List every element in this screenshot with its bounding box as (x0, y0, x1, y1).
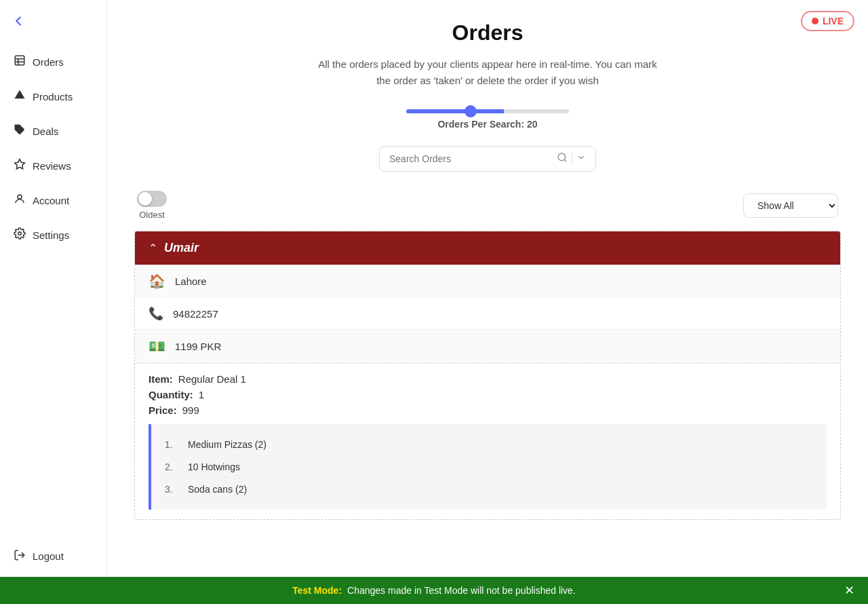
subitem-text: Medium Pizzas (2) (188, 439, 267, 450)
order-amount: 1199 PKR (175, 341, 221, 352)
search-section (134, 146, 841, 172)
live-badge: LIVE (801, 11, 854, 31)
order-phone: 94822257 (173, 308, 218, 320)
sidebar-settings-label: Settings (33, 229, 69, 241)
orders-per-search-slider[interactable] (406, 109, 569, 113)
subitem-num: 3. (165, 484, 184, 495)
sidebar-item-orders[interactable]: Orders (0, 45, 106, 79)
money-icon: 💵 (149, 338, 165, 354)
search-divider (572, 153, 572, 164)
subitem-text: Soda cans (2) (188, 484, 247, 495)
sidebar: Orders Products Deals Reviews (0, 0, 107, 577)
live-dot (812, 18, 818, 24)
order-amount-row: 💵 1199 PKR (135, 330, 840, 363)
page-title: Orders (134, 20, 841, 45)
products-icon (14, 89, 26, 105)
sidebar-item-reviews[interactable]: Reviews (0, 149, 106, 183)
order-items-section: Item: Regular Deal 1 Quantity: 1 Price: … (135, 363, 840, 519)
deals-icon (14, 124, 26, 139)
test-mode-message: Changes made in Test Mode will not be pu… (347, 585, 576, 596)
sidebar-account-label: Account (33, 195, 69, 206)
item-row-item: Item: Regular Deal 1 (149, 373, 827, 385)
test-mode-banner: Test Mode: Changes made in Test Mode wil… (0, 577, 868, 604)
subitems-list: 1.Medium Pizzas (2)2.10 Hotwings3.Soda c… (149, 424, 827, 510)
sidebar-reviews-label: Reviews (33, 160, 71, 172)
chevron-down-icon[interactable] (576, 153, 586, 165)
order-city: Lahore (175, 276, 207, 287)
main-content: LIVE Orders All the orders placed by you… (107, 0, 868, 577)
sidebar-item-deals[interactable]: Deals (0, 114, 106, 149)
toggle-thumb (138, 192, 152, 206)
order-phone-row: 📞 94822257 (135, 298, 840, 330)
subitem-text: 10 Hotwings (188, 461, 240, 472)
filter-row: Oldest Show All Taken Pending (134, 191, 841, 220)
account-icon (14, 193, 26, 208)
svg-rect-0 (15, 56, 24, 65)
subitem-num: 2. (165, 461, 184, 472)
show-all-select[interactable]: Show All Taken Pending (743, 193, 838, 218)
sidebar-deals-label: Deals (33, 126, 58, 137)
item-label-price: Price: (149, 404, 177, 416)
search-box (379, 146, 596, 172)
home-icon: 🏠 (149, 273, 165, 289)
back-button[interactable] (0, 7, 106, 45)
item-value-quantity: 1 (199, 389, 204, 400)
slider-section: Orders Per Search: 20 (134, 109, 841, 130)
sidebar-nav: Orders Products Deals Reviews (0, 45, 106, 535)
item-value-price: 999 (182, 404, 199, 416)
subitem-row: 2.10 Hotwings (165, 456, 813, 478)
item-row-quantity: Quantity: 1 (149, 389, 827, 400)
order-header[interactable]: ⌃ Umair (135, 231, 840, 265)
logout-label: Logout (33, 550, 64, 562)
subitem-row: 1.Medium Pizzas (2) (165, 434, 813, 456)
test-mode-label: Test Mode: (292, 585, 342, 596)
oldest-toggle-wrap: Oldest (137, 191, 167, 220)
svg-point-8 (18, 232, 22, 235)
orders-icon (14, 54, 26, 70)
sidebar-item-settings[interactable]: Settings (0, 218, 106, 252)
item-value-item: Regular Deal 1 (178, 373, 246, 385)
logout-button[interactable]: Logout (14, 549, 93, 563)
svg-point-10 (558, 153, 566, 161)
svg-marker-4 (15, 90, 25, 99)
sidebar-products-label: Products (33, 91, 73, 102)
test-mode-close-button[interactable]: ✕ (844, 583, 854, 598)
subitem-num: 1. (165, 439, 184, 450)
search-icon[interactable] (557, 152, 568, 166)
subitem-row: 3.Soda cans (2) (165, 478, 813, 500)
sidebar-item-account[interactable]: Account (0, 183, 106, 218)
oldest-toggle[interactable] (137, 191, 167, 207)
sidebar-bottom: Logout (0, 535, 106, 577)
order-chevron-icon: ⌃ (149, 242, 157, 254)
svg-point-5 (16, 126, 18, 128)
search-icons (557, 152, 586, 166)
phone-icon: 📞 (149, 306, 163, 321)
item-label-quantity: Quantity: (149, 389, 193, 400)
order-card: ⌃ Umair 🏠 Lahore 📞 94822257 💵 1199 PKR I… (134, 231, 841, 520)
item-label-item: Item: (149, 373, 173, 385)
svg-marker-6 (15, 159, 25, 169)
page-subtitle: All the orders placed by your clients ap… (318, 56, 657, 89)
oldest-label: Oldest (139, 210, 165, 220)
sidebar-item-products[interactable]: Products (0, 79, 106, 114)
slider-label: Orders Per Search: 20 (437, 119, 537, 130)
item-row-price: Price: 999 (149, 404, 827, 416)
logout-icon (14, 549, 26, 563)
live-label: LIVE (823, 16, 844, 26)
sidebar-orders-label: Orders (33, 56, 64, 68)
settings-icon (14, 227, 26, 243)
reviews-icon (14, 158, 26, 174)
svg-point-7 (18, 195, 22, 199)
search-input[interactable] (389, 153, 557, 164)
order-customer-name: Umair (164, 241, 199, 255)
order-city-row: 🏠 Lahore (135, 265, 840, 298)
